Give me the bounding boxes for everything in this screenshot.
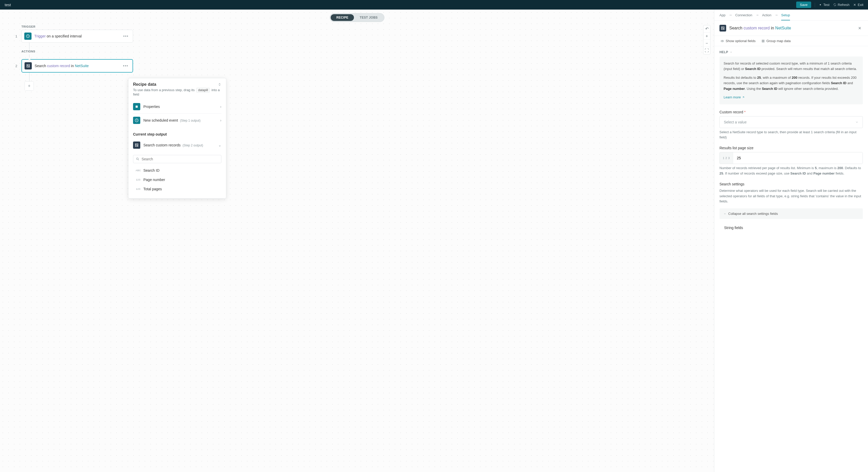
help-toggle[interactable]: HELP (719, 50, 863, 54)
properties-icon (133, 103, 140, 110)
show-optional-fields-button[interactable]: Show optional fields (720, 39, 755, 43)
columns-icon (761, 39, 765, 43)
chevron-up-icon (730, 51, 733, 54)
step-menu-button[interactable]: ••• (122, 34, 130, 38)
zoom-out-button[interactable]: − (704, 40, 710, 47)
undo-button[interactable]: ↶ (704, 25, 710, 33)
type-icon: 123 (135, 188, 141, 190)
search-settings-hint: Determine what operators will be used fo… (719, 188, 863, 204)
netsuite-icon (133, 141, 140, 149)
side-title: Search custom record in NetSuite (729, 26, 854, 30)
data-group-properties[interactable]: Properties › (133, 100, 221, 114)
recipe-data-panel: Recipe data To use data from a previous … (128, 78, 226, 198)
page-size-label: Results list page size (719, 146, 863, 150)
recipe-data-subtitle: To use data from a previous step, drag i… (133, 88, 221, 96)
datapill-item[interactable]: 123 Page number (133, 175, 221, 184)
crumb-action[interactable]: Action (762, 13, 771, 17)
close-panel-button[interactable] (857, 25, 863, 31)
eye-icon (720, 39, 724, 43)
recipe-canvas[interactable]: RECIPE TEST JOBS ↶ + − ⛶ TRIGGER 1 (0, 9, 714, 472)
netsuite-icon (719, 25, 726, 32)
arrow-icon: → (728, 13, 732, 17)
crumb-connection[interactable]: Connection (735, 13, 752, 17)
number-type-icon: 1 2 3 (720, 152, 733, 164)
test-button[interactable]: Test (819, 3, 830, 7)
data-group-scheduled[interactable]: New scheduled event (Step 1 output) › (133, 114, 221, 127)
action-step-search[interactable]: Search custom record in NetSuite ••• (22, 59, 133, 72)
chevron-down-icon (723, 213, 726, 215)
fit-button[interactable]: ⛶ (704, 47, 710, 54)
step-number: 2 (14, 64, 18, 68)
exit-button[interactable]: Exit (853, 3, 863, 7)
arrow-icon: → (774, 13, 778, 17)
panel-collapse-icon[interactable] (218, 83, 221, 86)
search-settings-label: Search settings (719, 182, 863, 186)
recipe-data-title: Recipe data (133, 82, 156, 87)
refresh-button[interactable]: Refresh (833, 3, 850, 7)
type-icon: 123 (135, 179, 141, 181)
current-step-output-label: Current step output (128, 129, 226, 138)
external-link-icon (742, 96, 745, 99)
svg-rect-11 (764, 40, 764, 42)
config-breadcrumb: App → Connection → Action → Setup (714, 9, 868, 21)
datapill-item[interactable]: 123 Total pages (133, 184, 221, 194)
recipe-title: test (5, 3, 11, 7)
svg-point-6 (136, 158, 138, 160)
refresh-icon (833, 3, 836, 6)
test-icon (819, 3, 822, 6)
group-map-data-button[interactable]: Group map data (761, 39, 791, 43)
view-toggle: RECIPE TEST JOBS (330, 13, 384, 22)
save-button[interactable]: Save (796, 2, 811, 8)
chevron-right-icon: › (220, 104, 221, 109)
zoom-in-button[interactable]: + (704, 33, 710, 40)
trigger-step[interactable]: Trigger on a specified interval ••• (22, 30, 133, 42)
close-icon (853, 3, 857, 6)
page-size-input[interactable] (733, 152, 863, 164)
string-fields-label: String fields (724, 226, 863, 230)
add-step-button[interactable]: + (25, 81, 34, 91)
step-menu-button[interactable]: ••• (121, 64, 130, 68)
search-icon (136, 157, 140, 161)
tab-test-jobs[interactable]: TEST JOBS (354, 14, 383, 21)
chevron-down-icon: ⌄ (218, 143, 221, 147)
clock-icon (133, 117, 140, 124)
datapill-search-input[interactable] (142, 157, 219, 161)
custom-record-label: Custom record* (719, 110, 863, 114)
custom-record-select[interactable]: Select a value (719, 116, 863, 128)
data-group-search-custom[interactable]: Search custom records (Step 2 output) ⌄ (133, 138, 221, 152)
app-header: test Save Test Refresh Exit (0, 0, 868, 9)
step-number: 1 (14, 34, 18, 38)
svg-point-9 (722, 40, 722, 41)
step-text: Search custom record in NetSuite (35, 64, 119, 68)
arrow-icon: → (755, 13, 759, 17)
help-box: Search for records of selected custom re… (719, 57, 863, 104)
actions-section-label: ACTIONS (22, 50, 133, 53)
page-size-hint: Number of records retrieved per page of … (719, 165, 863, 176)
datapill-search[interactable] (133, 155, 221, 163)
step-text: Trigger on a specified interval (34, 34, 119, 38)
page-size-input-group: 1 2 3 (719, 152, 863, 164)
svg-rect-3 (135, 105, 138, 108)
chevron-down-icon (855, 121, 859, 124)
netsuite-icon (25, 62, 32, 69)
clock-icon (24, 33, 32, 40)
crumb-app[interactable]: App (719, 13, 725, 17)
trigger-section-label: TRIGGER (22, 25, 133, 28)
chevron-right-icon: › (220, 118, 221, 122)
custom-record-hint: Select a NetSuite record type to search,… (719, 130, 863, 140)
tab-recipe[interactable]: RECIPE (331, 14, 354, 21)
type-icon: ABC (135, 169, 141, 172)
svg-rect-10 (762, 40, 763, 42)
config-sidebar: App → Connection → Action → Setup Search… (714, 9, 868, 472)
svg-point-0 (820, 4, 821, 5)
crumb-setup[interactable]: Setup (781, 13, 790, 17)
collapse-search-settings-button[interactable]: Collapse all search settings fields (719, 208, 863, 219)
datapill-item[interactable]: ABC Search ID (133, 166, 221, 175)
learn-more-link[interactable]: Learn more (723, 95, 745, 99)
datapill-list: ABC Search ID 123 Page number 123 Total … (128, 165, 226, 198)
canvas-tools: ↶ + − ⛶ (703, 25, 710, 55)
